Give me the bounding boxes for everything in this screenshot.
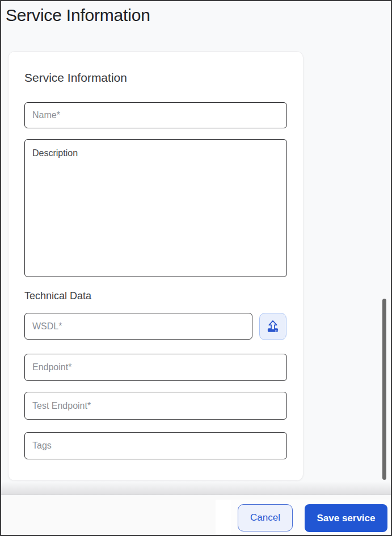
wsdl-input[interactable] [24,313,252,340]
page-title: Service Information [6,6,150,25]
description-textarea[interactable] [24,139,287,277]
card-heading: Service Information [24,71,127,85]
upload-icon [265,319,280,334]
footer-action-bar: Cancel Save service [1,496,391,536]
tags-input[interactable] [24,432,287,459]
cancel-button[interactable]: Cancel [238,504,293,531]
footer-surface-strip [216,500,231,534]
upload-wsdl-button[interactable] [259,313,286,340]
service-information-dialog: Service Information Service Information … [0,0,392,536]
vertical-scrollbar-thumb[interactable] [382,299,386,480]
name-input[interactable] [24,102,287,128]
test-endpoint-input[interactable] [24,392,287,420]
technical-data-heading: Technical Data [24,290,91,302]
endpoint-input[interactable] [24,354,287,381]
save-service-button[interactable]: Save service [305,504,387,532]
service-information-card: Service Information Technical Data [8,51,304,481]
scroll-bottom-shadow [1,481,391,495]
